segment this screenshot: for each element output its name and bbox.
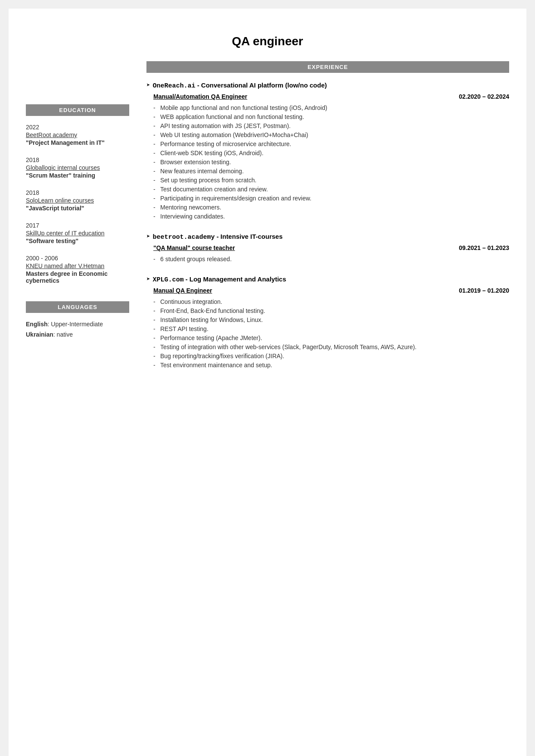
- bullet-item: WEB application functional and non funct…: [153, 113, 509, 120]
- job-dates: 01.2019 – 01.2020: [459, 287, 509, 294]
- education-item: 2018SoloLearn online courses"JavaScript …: [26, 189, 129, 212]
- job-bullets: Mobile app functional and non functional…: [146, 104, 509, 220]
- language-item: English: Upper-Intermediate: [26, 321, 129, 328]
- bullet-item: 6 student groups released.: [153, 256, 509, 262]
- edu-institution: KNEU named after V.Hetman: [26, 262, 129, 269]
- edu-institution: BeetRoot academy: [26, 131, 129, 138]
- edu-degree: "Scrum Master" training: [26, 172, 129, 179]
- edu-degree: "JavaScript tutorial": [26, 205, 129, 212]
- bullet-item: API testing automation with JS (JEST, Po…: [153, 122, 509, 129]
- edu-year: 2022: [26, 124, 129, 131]
- job-company: ➤beetroot.academy - Intensive IT-courses: [146, 233, 509, 241]
- education-item: 2000 - 2006KNEU named after V.HetmanMast…: [26, 255, 129, 284]
- bullet-item: Mobile app functional and non functional…: [153, 104, 509, 111]
- education-header: EDUCATION: [26, 104, 129, 116]
- job-company: ➤XPLG.com - Log Management and Analytics: [146, 275, 509, 284]
- job-title: "QA Manual" course teacher: [153, 244, 235, 251]
- bullet-item: Web UI testing automation (WebdriverIO+M…: [153, 131, 509, 138]
- company-name: OneReach.ai: [152, 82, 195, 90]
- edu-year: 2017: [26, 222, 129, 229]
- company-name: beetroot.academy: [152, 234, 215, 241]
- edu-year: 2000 - 2006: [26, 255, 129, 262]
- language-name: English: [26, 321, 48, 328]
- edu-institution: SkillUp center of IT education: [26, 230, 129, 237]
- job-dates: 09.2021 – 01.2023: [459, 244, 509, 251]
- arrow-icon: ➤: [146, 233, 150, 240]
- languages-items-container: English: Upper-IntermediateUkrainian: na…: [26, 321, 129, 338]
- edu-year: 2018: [26, 189, 129, 196]
- company-text: XPLG.com - Log Management and Analytics: [152, 275, 286, 284]
- jobs-container: ➤OneReach.ai - Conversational AI platfor…: [146, 81, 509, 369]
- bullet-item: Front-End, Back-End functional testing.: [153, 307, 509, 314]
- experience-header: EXPERIENCE: [146, 61, 509, 73]
- bullet-item: REST API testing.: [153, 325, 509, 332]
- job-title-row: Manual QA Engineer01.2019 – 01.2020: [146, 287, 509, 294]
- bullet-item: Installation testing for Windows, Linux.: [153, 316, 509, 323]
- edu-year: 2018: [26, 156, 129, 163]
- language-item: Ukrainian: native: [26, 331, 129, 338]
- edu-institution: SoloLearn online courses: [26, 197, 129, 204]
- content-layout: EDUCATION 2022BeetRoot academy"Project M…: [9, 61, 526, 381]
- education-section: EDUCATION 2022BeetRoot academy"Project M…: [26, 104, 129, 284]
- arrow-icon: ➤: [146, 275, 150, 282]
- job-company: ➤OneReach.ai - Conversational AI platfor…: [146, 81, 509, 90]
- job-title: Manual/Automation QA Engineer: [153, 93, 247, 100]
- job-block: ➤beetroot.academy - Intensive IT-courses…: [146, 233, 509, 262]
- job-dates: 02.2020 – 02.2024: [459, 93, 509, 100]
- bullet-item: Test documentation creation and review.: [153, 186, 509, 193]
- bullet-item: Browser extension testing.: [153, 159, 509, 166]
- bullet-item: Set up testing process from scratch.: [153, 177, 509, 184]
- language-name: Ukrainian: [26, 331, 53, 338]
- page-title: QA engineer: [9, 34, 526, 48]
- language-level: native: [57, 331, 73, 338]
- languages-header: LANGUAGES: [26, 301, 129, 313]
- bullet-item: New features internal demoing.: [153, 168, 509, 175]
- resume-page: QA engineer EDUCATION 2022BeetRoot acade…: [9, 9, 526, 756]
- bullet-item: Bug reporting/tracking/fixes verificatio…: [153, 353, 509, 359]
- job-title-row: Manual/Automation QA Engineer02.2020 – 0…: [146, 93, 509, 100]
- bullet-item: Test environment maintenance and setup.: [153, 362, 509, 369]
- job-block: ➤XPLG.com - Log Management and Analytics…: [146, 275, 509, 369]
- company-suffix: - Conversational AI platform (low/no cod…: [195, 81, 327, 89]
- edu-institution: Globallogic internal courses: [26, 164, 129, 171]
- edu-degree: "Software testing": [26, 237, 129, 244]
- bullet-item: Performance testing (Apache JMeter).: [153, 334, 509, 341]
- bullet-item: Participating in requirements/design cre…: [153, 195, 509, 202]
- job-bullets: 6 student groups released.: [146, 256, 509, 262]
- left-column: EDUCATION 2022BeetRoot academy"Project M…: [9, 61, 138, 381]
- education-item: 2017SkillUp center of IT education"Softw…: [26, 222, 129, 244]
- bullet-item: Continuous integration.: [153, 298, 509, 305]
- education-item: 2022BeetRoot academy"Project Management …: [26, 124, 129, 146]
- language-level: Upper-Intermediate: [51, 321, 103, 328]
- company-text: OneReach.ai - Conversational AI platform…: [152, 81, 327, 90]
- company-text: beetroot.academy - Intensive IT-courses: [152, 233, 283, 241]
- bullet-item: Interviewing candidates.: [153, 213, 509, 220]
- arrow-icon: ➤: [146, 81, 150, 88]
- company-name: XPLG.com: [152, 276, 184, 284]
- bullet-item: Testing of integration with other web-se…: [153, 344, 509, 350]
- bullet-item: Performance testing of microservice arch…: [153, 141, 509, 147]
- languages-section: LANGUAGES English: Upper-IntermediateUkr…: [26, 301, 129, 338]
- education-items-container: 2022BeetRoot academy"Project Management …: [26, 124, 129, 284]
- job-block: ➤OneReach.ai - Conversational AI platfor…: [146, 81, 509, 220]
- job-bullets: Continuous integration.Front-End, Back-E…: [146, 298, 509, 369]
- job-title-row: "QA Manual" course teacher09.2021 – 01.2…: [146, 244, 509, 251]
- company-suffix: - Intensive IT-courses: [215, 233, 283, 240]
- education-item: 2018Globallogic internal courses"Scrum M…: [26, 156, 129, 179]
- company-suffix: - Log Management and Analytics: [184, 275, 286, 283]
- edu-degree: Masters degree in Economic cybernetics: [26, 270, 129, 284]
- edu-degree: "Project Management in IT": [26, 139, 129, 146]
- bullet-item: Mentoring newcomers.: [153, 204, 509, 211]
- bullet-item: Client-web SDK testing (iOS, Android).: [153, 150, 509, 156]
- right-column: EXPERIENCE ➤OneReach.ai - Conversational…: [138, 61, 526, 381]
- job-title: Manual QA Engineer: [153, 287, 212, 294]
